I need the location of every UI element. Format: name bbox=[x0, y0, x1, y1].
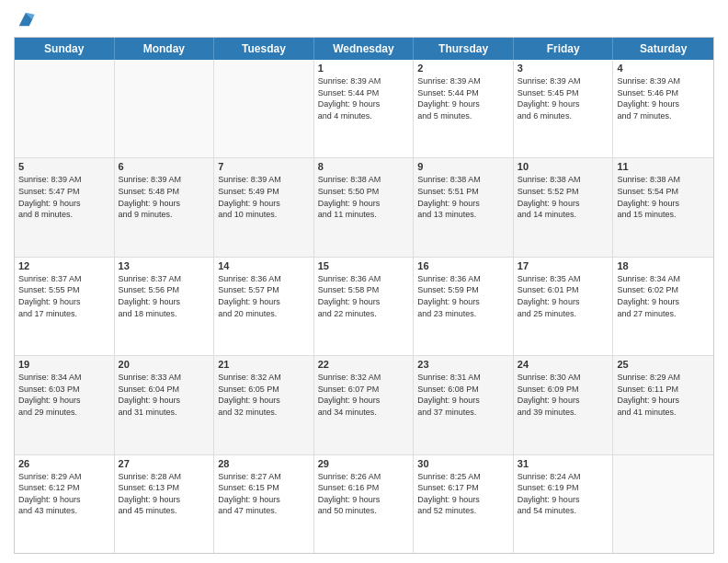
cell-info: Sunrise: 8:39 AM Sunset: 5:44 PM Dayligh… bbox=[417, 75, 509, 121]
cell-info: Sunrise: 8:39 AM Sunset: 5:48 PM Dayligh… bbox=[119, 174, 210, 220]
day-number: 16 bbox=[417, 260, 509, 271]
day-number: 8 bbox=[318, 161, 410, 172]
day-number: 31 bbox=[518, 458, 609, 469]
day-cell-5: 5Sunrise: 8:39 AM Sunset: 5:47 PM Daylig… bbox=[15, 158, 115, 256]
day-cell-23: 23Sunrise: 8:31 AM Sunset: 6:08 PM Dayli… bbox=[414, 356, 514, 454]
day-number: 6 bbox=[119, 161, 210, 172]
cell-info: Sunrise: 8:38 AM Sunset: 5:51 PM Dayligh… bbox=[417, 174, 509, 220]
day-number: 20 bbox=[119, 359, 210, 370]
empty-cell bbox=[115, 60, 215, 157]
cell-info: Sunrise: 8:36 AM Sunset: 5:58 PM Dayligh… bbox=[318, 273, 410, 319]
day-number: 1 bbox=[318, 63, 410, 74]
day-cell-18: 18Sunrise: 8:34 AM Sunset: 6:02 PM Dayli… bbox=[613, 258, 713, 355]
cell-info: Sunrise: 8:36 AM Sunset: 5:59 PM Dayligh… bbox=[417, 273, 509, 319]
day-cell-11: 11Sunrise: 8:38 AM Sunset: 5:54 PM Dayli… bbox=[613, 158, 713, 256]
day-cell-22: 22Sunrise: 8:32 AM Sunset: 6:07 PM Dayli… bbox=[314, 356, 415, 454]
day-cell-30: 30Sunrise: 8:25 AM Sunset: 6:17 PM Dayli… bbox=[414, 455, 514, 553]
calendar-body: 1Sunrise: 8:39 AM Sunset: 5:44 PM Daylig… bbox=[15, 60, 713, 553]
day-number: 4 bbox=[617, 63, 710, 74]
day-number: 23 bbox=[417, 359, 509, 370]
day-number: 28 bbox=[218, 458, 310, 469]
logo bbox=[14, 9, 36, 29]
day-cell-6: 6Sunrise: 8:39 AM Sunset: 5:48 PM Daylig… bbox=[115, 158, 215, 256]
day-cell-13: 13Sunrise: 8:37 AM Sunset: 5:56 PM Dayli… bbox=[115, 258, 215, 355]
cell-info: Sunrise: 8:32 AM Sunset: 6:07 PM Dayligh… bbox=[318, 372, 410, 418]
day-cell-2: 2Sunrise: 8:39 AM Sunset: 5:44 PM Daylig… bbox=[414, 60, 514, 157]
week-row-2: 5Sunrise: 8:39 AM Sunset: 5:47 PM Daylig… bbox=[15, 158, 713, 257]
empty-cell bbox=[15, 60, 115, 157]
day-cell-15: 15Sunrise: 8:36 AM Sunset: 5:58 PM Dayli… bbox=[314, 258, 415, 355]
day-number: 19 bbox=[18, 359, 110, 370]
week-row-4: 19Sunrise: 8:34 AM Sunset: 6:03 PM Dayli… bbox=[15, 356, 713, 454]
day-cell-27: 27Sunrise: 8:28 AM Sunset: 6:13 PM Dayli… bbox=[115, 455, 215, 553]
day-number: 29 bbox=[318, 458, 410, 469]
day-number: 17 bbox=[518, 260, 609, 271]
day-cell-16: 16Sunrise: 8:36 AM Sunset: 5:59 PM Dayli… bbox=[414, 258, 514, 355]
logo-icon bbox=[16, 9, 36, 29]
day-number: 5 bbox=[18, 161, 110, 172]
cell-info: Sunrise: 8:37 AM Sunset: 5:55 PM Dayligh… bbox=[18, 273, 110, 319]
header-day-friday: Friday bbox=[514, 38, 614, 60]
day-number: 27 bbox=[119, 458, 210, 469]
calendar: SundayMondayTuesdayWednesdayThursdayFrid… bbox=[14, 37, 714, 554]
cell-info: Sunrise: 8:30 AM Sunset: 6:09 PM Dayligh… bbox=[518, 372, 609, 418]
cell-info: Sunrise: 8:26 AM Sunset: 6:16 PM Dayligh… bbox=[318, 471, 410, 517]
day-number: 18 bbox=[617, 260, 710, 271]
cell-info: Sunrise: 8:29 AM Sunset: 6:12 PM Dayligh… bbox=[18, 471, 110, 517]
cell-info: Sunrise: 8:38 AM Sunset: 5:52 PM Dayligh… bbox=[518, 174, 609, 220]
day-cell-9: 9Sunrise: 8:38 AM Sunset: 5:51 PM Daylig… bbox=[414, 158, 514, 256]
day-cell-20: 20Sunrise: 8:33 AM Sunset: 6:04 PM Dayli… bbox=[115, 356, 215, 454]
page: SundayMondayTuesdayWednesdayThursdayFrid… bbox=[0, 0, 728, 563]
day-cell-25: 25Sunrise: 8:29 AM Sunset: 6:11 PM Dayli… bbox=[613, 356, 713, 454]
day-cell-21: 21Sunrise: 8:32 AM Sunset: 6:05 PM Dayli… bbox=[214, 356, 314, 454]
empty-cell bbox=[214, 60, 314, 157]
day-number: 12 bbox=[18, 260, 110, 271]
day-cell-14: 14Sunrise: 8:36 AM Sunset: 5:57 PM Dayli… bbox=[214, 258, 314, 355]
header bbox=[14, 9, 714, 29]
cell-info: Sunrise: 8:38 AM Sunset: 5:54 PM Dayligh… bbox=[617, 174, 710, 220]
week-row-1: 1Sunrise: 8:39 AM Sunset: 5:44 PM Daylig… bbox=[15, 60, 713, 158]
day-cell-28: 28Sunrise: 8:27 AM Sunset: 6:15 PM Dayli… bbox=[214, 455, 314, 553]
header-day-wednesday: Wednesday bbox=[314, 38, 415, 60]
day-number: 13 bbox=[119, 260, 210, 271]
cell-info: Sunrise: 8:39 AM Sunset: 5:45 PM Dayligh… bbox=[518, 75, 609, 121]
calendar-header: SundayMondayTuesdayWednesdayThursdayFrid… bbox=[15, 38, 713, 60]
day-number: 10 bbox=[518, 161, 609, 172]
day-cell-3: 3Sunrise: 8:39 AM Sunset: 5:45 PM Daylig… bbox=[514, 60, 614, 157]
cell-info: Sunrise: 8:38 AM Sunset: 5:50 PM Dayligh… bbox=[318, 174, 410, 220]
day-number: 24 bbox=[518, 359, 609, 370]
header-day-monday: Monday bbox=[115, 38, 215, 60]
day-cell-26: 26Sunrise: 8:29 AM Sunset: 6:12 PM Dayli… bbox=[15, 455, 115, 553]
cell-info: Sunrise: 8:39 AM Sunset: 5:46 PM Dayligh… bbox=[617, 75, 710, 121]
cell-info: Sunrise: 8:25 AM Sunset: 6:17 PM Dayligh… bbox=[417, 471, 509, 517]
day-cell-10: 10Sunrise: 8:38 AM Sunset: 5:52 PM Dayli… bbox=[514, 158, 614, 256]
day-cell-19: 19Sunrise: 8:34 AM Sunset: 6:03 PM Dayli… bbox=[15, 356, 115, 454]
cell-info: Sunrise: 8:33 AM Sunset: 6:04 PM Dayligh… bbox=[119, 372, 210, 418]
day-cell-29: 29Sunrise: 8:26 AM Sunset: 6:16 PM Dayli… bbox=[314, 455, 415, 553]
day-cell-7: 7Sunrise: 8:39 AM Sunset: 5:49 PM Daylig… bbox=[214, 158, 314, 256]
week-row-5: 26Sunrise: 8:29 AM Sunset: 6:12 PM Dayli… bbox=[15, 455, 713, 553]
day-number: 11 bbox=[617, 161, 710, 172]
header-day-saturday: Saturday bbox=[613, 38, 713, 60]
day-cell-4: 4Sunrise: 8:39 AM Sunset: 5:46 PM Daylig… bbox=[613, 60, 713, 157]
day-cell-1: 1Sunrise: 8:39 AM Sunset: 5:44 PM Daylig… bbox=[314, 60, 415, 157]
day-number: 2 bbox=[417, 63, 509, 74]
header-day-thursday: Thursday bbox=[414, 38, 514, 60]
cell-info: Sunrise: 8:29 AM Sunset: 6:11 PM Dayligh… bbox=[617, 372, 710, 418]
day-number: 21 bbox=[218, 359, 310, 370]
cell-info: Sunrise: 8:27 AM Sunset: 6:15 PM Dayligh… bbox=[218, 471, 310, 517]
cell-info: Sunrise: 8:39 AM Sunset: 5:47 PM Dayligh… bbox=[18, 174, 110, 220]
cell-info: Sunrise: 8:39 AM Sunset: 5:44 PM Dayligh… bbox=[318, 75, 410, 121]
day-number: 30 bbox=[417, 458, 509, 469]
cell-info: Sunrise: 8:39 AM Sunset: 5:49 PM Dayligh… bbox=[218, 174, 310, 220]
empty-cell bbox=[613, 455, 713, 553]
cell-info: Sunrise: 8:28 AM Sunset: 6:13 PM Dayligh… bbox=[119, 471, 210, 517]
day-cell-12: 12Sunrise: 8:37 AM Sunset: 5:55 PM Dayli… bbox=[15, 258, 115, 355]
day-number: 15 bbox=[318, 260, 410, 271]
day-cell-8: 8Sunrise: 8:38 AM Sunset: 5:50 PM Daylig… bbox=[314, 158, 415, 256]
week-row-3: 12Sunrise: 8:37 AM Sunset: 5:55 PM Dayli… bbox=[15, 258, 713, 356]
cell-info: Sunrise: 8:34 AM Sunset: 6:03 PM Dayligh… bbox=[18, 372, 110, 418]
cell-info: Sunrise: 8:37 AM Sunset: 5:56 PM Dayligh… bbox=[119, 273, 210, 319]
cell-info: Sunrise: 8:32 AM Sunset: 6:05 PM Dayligh… bbox=[218, 372, 310, 418]
header-day-tuesday: Tuesday bbox=[214, 38, 314, 60]
